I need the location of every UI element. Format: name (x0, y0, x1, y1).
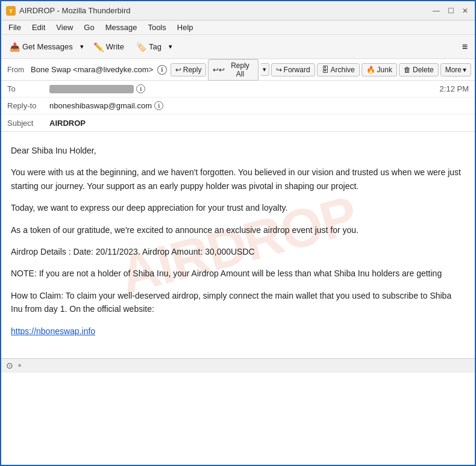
app-icon: T (6, 6, 16, 16)
reply-all-label: Reply All (227, 61, 253, 78)
email-header: To ℹ 2:12 PM Reply-to nboneshibaswap@gma… (1, 81, 475, 132)
junk-icon: 🔥 (366, 66, 375, 74)
reply-icon: ↩ (175, 66, 181, 74)
junk-button[interactable]: 🔥 Junk (362, 63, 397, 76)
window-controls: — ☐ ✕ (431, 6, 470, 16)
connection-status-label: ⚬ (17, 362, 22, 370)
get-messages-icon: 📥 (10, 42, 20, 52)
email-para2: Today, we want to express our deep appre… (11, 201, 465, 214)
subject-label: Subject (7, 119, 49, 128)
delete-icon: 🗑 (404, 66, 411, 74)
tag-dropdown-arrow[interactable]: ▾ (166, 40, 175, 53)
reply-to-label: Reply-to (7, 101, 49, 110)
menu-message[interactable]: Message (101, 22, 142, 33)
menu-go[interactable]: Go (79, 22, 99, 33)
forward-button[interactable]: ↪ Forward (271, 63, 315, 76)
reply-button[interactable]: ↩ Reply (171, 63, 207, 76)
reply-all-icon: ↩↩ (213, 66, 225, 74)
email-para5: NOTE: If you are not a holder of Shiba I… (11, 267, 465, 280)
more-label: More (445, 66, 462, 74)
more-button[interactable]: More ▾ (440, 63, 471, 76)
email-link[interactable]: https://nboneswap.info (11, 326, 95, 336)
connection-status-icon: ⊙ (6, 361, 13, 370)
get-messages-group: 📥 Get Messages ▾ (5, 40, 86, 54)
reply-to-value: nboneshibaswap@gmail.com (49, 101, 152, 110)
email-greeting: Dear Shiba Inu Holder, (11, 144, 465, 157)
minimize-button[interactable]: — (431, 6, 441, 16)
tag-icon: 🏷️ (136, 42, 146, 52)
write-icon: ✏️ (93, 42, 104, 52)
reply-label: Reply (183, 66, 202, 74)
delete-label: Delete (413, 66, 434, 74)
header-row-to: To ℹ 2:12 PM (1, 81, 475, 98)
window-title: AIRDROP - Mozilla Thunderbird (19, 6, 431, 15)
delete-button[interactable]: 🗑 Delete (399, 63, 439, 76)
archive-button[interactable]: 🗄 Archive (317, 63, 360, 76)
archive-icon: 🗄 (322, 66, 329, 74)
close-button[interactable]: ✕ (460, 6, 470, 16)
from-value: Bone Swap <mara@livedyke.com> (31, 65, 153, 74)
more-dropdown-icon: ▾ (463, 66, 466, 74)
email-para6: How to Claim: To claim your well-deserve… (11, 289, 465, 316)
menu-view[interactable]: View (51, 22, 78, 33)
action-bar: From Bone Swap <mara@livedyke.com> ℹ ↩ R… (1, 59, 475, 81)
write-label: Write (106, 42, 124, 51)
to-value (49, 85, 134, 93)
archive-label: Archive (331, 66, 355, 74)
email-body: AIRDROP Dear Shiba Inu Holder, You were … (1, 132, 475, 358)
from-info-icon[interactable]: ℹ (157, 65, 166, 75)
email-time: 2:12 PM (440, 84, 469, 93)
svg-text:T: T (9, 8, 13, 14)
email-para1: You were with us at the beginning, and w… (11, 166, 465, 193)
email-content: Dear Shiba Inu Holder, You were with us … (11, 144, 465, 338)
statusbar: ⊙ ⚬ (1, 358, 475, 373)
to-info-icon[interactable]: ℹ (136, 84, 145, 93)
tag-group: 🏷️ Tag ▾ (131, 40, 175, 54)
reply-to-info-icon[interactable]: ℹ (154, 101, 163, 110)
menu-edit[interactable]: Edit (27, 22, 50, 33)
tag-label: Tag (149, 42, 161, 51)
write-button[interactable]: ✏️ Write (89, 40, 129, 54)
get-messages-dropdown-arrow[interactable]: ▾ (78, 40, 86, 53)
hamburger-menu-button[interactable]: ≡ (459, 39, 471, 55)
titlebar: T AIRDROP - Mozilla Thunderbird — ☐ ✕ (1, 1, 475, 20)
maximize-button[interactable]: ☐ (446, 6, 456, 16)
tag-button[interactable]: 🏷️ Tag (131, 40, 166, 54)
forward-label: Forward (284, 66, 310, 74)
forward-icon: ↪ (276, 66, 282, 74)
reply-all-dropdown-arrow[interactable]: ▾ (260, 63, 269, 76)
email-para3: As a token of our gratitude, we're excit… (11, 223, 465, 237)
menubar: File Edit View Go Message Tools Help (1, 20, 475, 35)
subject-value: AIRDROP (49, 119, 86, 128)
junk-label: Junk (377, 66, 392, 74)
email-para4: Airdrop Details : Date: 20/11/2023. Aird… (11, 245, 465, 258)
reply-all-button[interactable]: ↩↩ Reply All (208, 59, 258, 81)
to-label: To (7, 84, 49, 93)
menu-file[interactable]: File (4, 22, 26, 33)
menu-help[interactable]: Help (172, 22, 198, 33)
toolbar: 📥 Get Messages ▾ ✏️ Write 🏷️ Tag ▾ ≡ (1, 35, 475, 59)
menu-tools[interactable]: Tools (143, 22, 171, 33)
header-row-reply-to: Reply-to nboneshibaswap@gmail.com ℹ (1, 98, 475, 114)
from-label: From (5, 66, 29, 74)
get-messages-label: Get Messages (22, 42, 73, 51)
header-row-subject: Subject AIRDROP (1, 114, 475, 131)
get-messages-button[interactable]: 📥 Get Messages (5, 40, 78, 54)
